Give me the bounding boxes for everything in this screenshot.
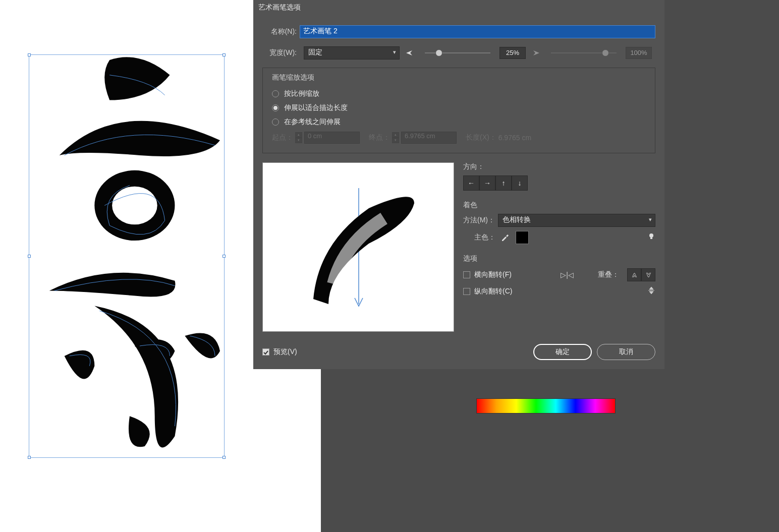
- length-value: 6.9765 cm: [498, 134, 531, 142]
- length-label: 长度(X)：: [466, 133, 496, 142]
- cancel-button[interactable]: 取消: [597, 344, 655, 360]
- name-label: 名称(N):: [262, 27, 300, 36]
- flip-vertical-checkbox[interactable]: [463, 288, 470, 295]
- radio-proportional[interactable]: [272, 90, 279, 97]
- radio-proportional-label: 按比例缩放: [284, 89, 319, 98]
- flip-horizontal-label: 横向翻转(F): [474, 270, 512, 279]
- color-spectrum-panel[interactable]: [476, 398, 616, 413]
- overlap-label: 重叠：: [598, 270, 619, 279]
- selection-handle-se[interactable]: [222, 456, 226, 459]
- ok-button[interactable]: 确定: [533, 344, 592, 360]
- colorize-title: 着色: [463, 201, 655, 210]
- direction-title: 方向：: [463, 162, 655, 171]
- main-color-label: 主色：: [474, 233, 495, 242]
- overlap-option-1[interactable]: ⩓: [627, 268, 641, 281]
- tip-lightbulb-icon[interactable]: [647, 232, 655, 243]
- brush-scale-options-group: 画笔缩放选项 按比例缩放 伸展以适合描边长度 在参考线之间伸展 起点： ▴▾ 0…: [262, 68, 655, 153]
- radio-between-guides-label: 在参考线之间伸展: [284, 117, 341, 127]
- brush-preview: [262, 162, 454, 332]
- name-input[interactable]: 艺术画笔 2: [300, 25, 655, 38]
- flip-vertical-icon: [647, 286, 655, 296]
- radio-stretch-fit-label: 伸展以适合描边长度: [284, 103, 348, 112]
- tint-method-label: 方法(M)：: [463, 216, 495, 225]
- eyedropper-icon[interactable]: [500, 232, 511, 243]
- main-color-swatch[interactable]: [516, 231, 529, 244]
- end-input: 6.9765 cm: [401, 132, 457, 144]
- direction-left-button[interactable]: ←: [463, 175, 479, 191]
- flip-horizontal-checkbox[interactable]: [463, 271, 470, 278]
- width-min-arrow-icon: [404, 47, 416, 59]
- tint-method-select[interactable]: 色相转换: [498, 214, 655, 227]
- scale-group-title: 画笔缩放选项: [272, 73, 646, 82]
- width-slider-2: [551, 52, 617, 53]
- width-percent-1[interactable]: 25%: [499, 47, 526, 59]
- options-title: 选项: [463, 254, 655, 263]
- start-label: 起点：: [272, 133, 293, 142]
- direction-right-button[interactable]: →: [479, 175, 495, 191]
- options-section: 选项 横向翻转(F) ▷|◁ 重叠： ⩓ ⩔ 纵向翻转(C): [463, 254, 655, 301]
- preview-checkbox[interactable]: [262, 348, 269, 356]
- width-percent-2: 100%: [626, 47, 652, 59]
- svg-rect-3: [650, 238, 652, 239]
- direction-down-button[interactable]: ↓: [512, 175, 528, 191]
- preview-label: 预览(V): [273, 347, 297, 357]
- svg-point-1: [112, 187, 157, 225]
- selection-handle-sw[interactable]: [28, 456, 31, 459]
- flip-vertical-label: 纵向翻转(C): [474, 287, 512, 296]
- dialog-title: 艺术画笔选项: [253, 0, 664, 15]
- start-input: 0 cm: [304, 132, 360, 144]
- radio-stretch-fit[interactable]: [272, 104, 279, 111]
- artwork-calligraphy: [29, 55, 224, 456]
- overlap-option-2[interactable]: ⩔: [641, 268, 655, 281]
- colorize-section: 着色 方法(M)： 色相转换 主色：: [463, 201, 655, 244]
- svg-point-2: [649, 233, 653, 238]
- direction-section: 方向： ← → ↑ ↓: [463, 162, 655, 191]
- width-label: 宽度(W):: [262, 48, 300, 57]
- width-mode-select[interactable]: 固定: [304, 46, 400, 60]
- art-brush-options-dialog: 艺术画笔选项 名称(N): 艺术画笔 2 宽度(W): 固定 25% 100% …: [253, 0, 664, 369]
- direction-up-button[interactable]: ↑: [495, 175, 512, 191]
- radio-between-guides[interactable]: [272, 119, 279, 126]
- selection-bounding-box[interactable]: [29, 54, 225, 458]
- flip-horizontal-icon: ▷|◁: [561, 271, 574, 279]
- width-max-arrow-icon: [530, 47, 542, 59]
- width-slider-1[interactable]: [425, 52, 490, 53]
- end-spinner: ▴▾: [392, 132, 399, 143]
- start-spinner: ▴▾: [295, 132, 302, 143]
- end-label: 终点：: [369, 133, 390, 142]
